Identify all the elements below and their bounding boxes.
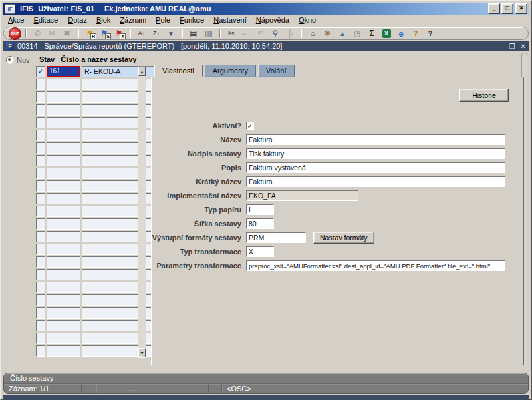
mountain-icon[interactable]: ▲: [336, 28, 349, 39]
field-typ-papiru[interactable]: [246, 204, 274, 215]
row-number-cell[interactable]: [47, 117, 80, 128]
tab-vol-n[interactable]: Volání: [258, 65, 295, 77]
field-implementacni-nazev[interactable]: [246, 190, 358, 201]
menu-editace[interactable]: Editace: [29, 15, 63, 26]
menu-dotaz[interactable]: Dotaz: [63, 15, 92, 26]
field-vystupni-formaty[interactable]: [246, 232, 306, 243]
row-number-cell[interactable]: [47, 345, 80, 357]
field-kratky-nazev[interactable]: [246, 176, 505, 187]
row-state-cell[interactable]: [36, 320, 45, 331]
row-number-cell[interactable]: [47, 155, 80, 166]
maximize-button[interactable]: □: [501, 3, 513, 14]
menu-funkce[interactable]: Funkce: [175, 15, 209, 26]
sort-asc-icon[interactable]: A↓: [135, 28, 148, 39]
row-number-cell[interactable]: [47, 91, 80, 103]
row-number-cell[interactable]: [47, 320, 80, 331]
radio-icon[interactable]: [6, 56, 14, 64]
row-state-cell[interactable]: [36, 91, 45, 103]
clock-icon[interactable]: ◷: [350, 28, 364, 39]
field-parametry-transformace[interactable]: [246, 260, 505, 271]
menu-akce[interactable]: Akce: [3, 15, 29, 26]
flag-new-icon[interactable]: ⚑R: [83, 28, 96, 39]
set-formats-button[interactable]: Nastav formáty: [313, 232, 374, 244]
tab-vlastnosti[interactable]: Vlastnosti: [154, 65, 203, 77]
filter-icon[interactable]: ▼: [164, 28, 178, 39]
row-state-cell[interactable]: [36, 155, 45, 166]
send-message-icon[interactable]: ✆: [31, 28, 44, 39]
field-nadpis-sestavy[interactable]: [246, 148, 505, 159]
field-popis[interactable]: [246, 162, 505, 173]
menu-n-pov-da[interactable]: Nápověda: [251, 15, 294, 26]
row-number-cell[interactable]: [47, 282, 80, 293]
row-number-cell[interactable]: [47, 294, 80, 306]
row-number-cell[interactable]: [47, 180, 80, 192]
organization-icon[interactable]: ⌂: [306, 28, 319, 39]
open-message-icon[interactable]: ✉: [45, 28, 59, 39]
row-state-cell[interactable]: [36, 294, 45, 306]
row-state-cell[interactable]: [36, 142, 45, 154]
field-aktivni-checkbox[interactable]: ✓: [246, 122, 254, 130]
excel-icon[interactable]: X: [380, 28, 393, 39]
row-state-cell[interactable]: ✓: [36, 66, 45, 77]
row-state-cell[interactable]: [36, 117, 45, 128]
history-button[interactable]: Historie: [459, 89, 509, 102]
row-number-cell[interactable]: [47, 79, 80, 90]
row-number-cell[interactable]: [47, 307, 80, 319]
flag-info-icon[interactable]: ⚑S: [98, 28, 111, 39]
helm-icon[interactable]: ☸: [321, 28, 334, 39]
delete-message-icon[interactable]: ✖: [60, 28, 74, 39]
menu-pole[interactable]: Pole: [151, 15, 175, 26]
row-state-cell[interactable]: [36, 193, 45, 204]
row-state-cell[interactable]: [36, 282, 45, 293]
row-number-cell[interactable]: [47, 193, 80, 204]
menu-nastaven[interactable]: Nastavení: [209, 15, 251, 26]
menu-blok[interactable]: Blok: [92, 15, 115, 26]
row-number-cell[interactable]: [47, 142, 80, 154]
row-state-cell[interactable]: [36, 218, 45, 230]
row-state-cell[interactable]: [36, 104, 45, 116]
tab-argumenty[interactable]: Argumenty: [205, 65, 256, 77]
row-state-cell[interactable]: [36, 79, 45, 90]
row-number-cell[interactable]: [47, 256, 80, 268]
sigma-icon[interactable]: Σ: [365, 28, 378, 39]
close-button[interactable]: ✕: [515, 3, 527, 14]
field-typ-transformace[interactable]: [246, 246, 274, 257]
row-number-cell[interactable]: [47, 104, 80, 116]
mdi-close-button[interactable]: ✕: [521, 43, 526, 50]
mdi-restore-button[interactable]: ❐: [509, 43, 515, 50]
assign-icon[interactable]: a→: [239, 28, 253, 39]
row-state-cell[interactable]: [36, 168, 45, 179]
print-setup-icon[interactable]: ▥: [202, 28, 215, 39]
menu-z-znam[interactable]: Záznam: [115, 15, 151, 26]
row-number-cell[interactable]: [47, 168, 80, 179]
undo-icon[interactable]: ↶: [254, 28, 267, 39]
row-state-cell[interactable]: [36, 307, 45, 319]
row-state-cell[interactable]: [36, 130, 45, 141]
flag-alert-icon[interactable]: ⚑X: [112, 28, 126, 39]
tree-view-icon[interactable]: ╠: [283, 28, 297, 39]
list-scrollbar[interactable]: ▲ ▼: [138, 66, 146, 358]
row-number-cell[interactable]: [47, 231, 80, 242]
row-number-cell[interactable]: [47, 333, 80, 344]
row-state-cell[interactable]: [36, 345, 45, 357]
field-sirka-sestavy[interactable]: [246, 218, 274, 229]
row-number-cell[interactable]: [47, 244, 80, 255]
costs-help-icon[interactable]: ?: [409, 28, 422, 39]
new-record-control[interactable]: Nov: [6, 56, 30, 64]
sort-desc-icon[interactable]: Z↓: [150, 28, 163, 39]
print-icon[interactable]: ▤: [187, 28, 201, 39]
field-nazev[interactable]: [246, 134, 505, 145]
scroll-down-button[interactable]: ▼: [138, 348, 146, 357]
row-state-cell[interactable]: [36, 231, 45, 242]
row-state-cell[interactable]: [36, 180, 45, 192]
row-state-cell[interactable]: [36, 206, 45, 217]
row-number-cell[interactable]: 161: [47, 66, 80, 77]
row-number-cell[interactable]: [47, 130, 80, 141]
row-state-cell[interactable]: [36, 269, 45, 280]
scroll-up-button[interactable]: ▲: [138, 67, 146, 76]
browser-icon[interactable]: e: [394, 28, 408, 39]
help-icon[interactable]: ?: [424, 28, 437, 39]
cut-icon[interactable]: ✂: [225, 28, 238, 39]
row-number-cell[interactable]: [47, 218, 80, 230]
row-state-cell[interactable]: [36, 256, 45, 268]
